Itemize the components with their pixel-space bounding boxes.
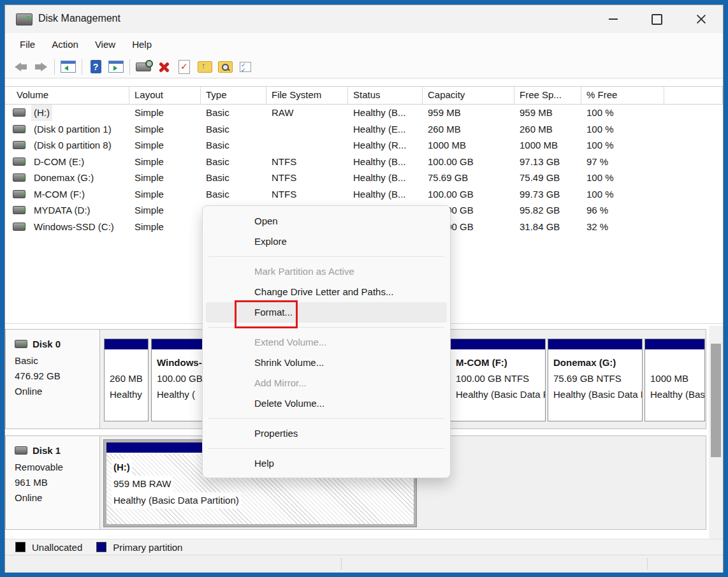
menu-bar: File Action View Help bbox=[5, 33, 723, 55]
status-bar bbox=[5, 555, 723, 573]
table-row-h[interactable]: (H:) Simple Basic RAW Healthy (B... 959 … bbox=[5, 105, 723, 121]
menu-item-explore[interactable]: Explore bbox=[206, 231, 447, 252]
menu-file[interactable]: File bbox=[11, 33, 43, 55]
menu-separator bbox=[203, 414, 450, 423]
menu-separator bbox=[203, 252, 450, 261]
show-action-pane-button[interactable] bbox=[106, 58, 126, 76]
menu-separator bbox=[203, 323, 450, 332]
col-type[interactable]: Type bbox=[201, 87, 266, 104]
disk-0-label[interactable]: Disk 0 Basic 476.92 GB Online bbox=[6, 330, 100, 428]
menu-view[interactable]: View bbox=[87, 33, 124, 55]
maximize-button[interactable] bbox=[642, 9, 671, 29]
folder-up-arrow-icon bbox=[198, 61, 212, 73]
disk-0-type: Basic bbox=[15, 353, 99, 369]
volume-icon bbox=[13, 223, 25, 231]
set-active-partition-button[interactable] bbox=[174, 58, 194, 76]
disk-0-status: Online bbox=[15, 384, 99, 399]
primary-partition-label: Primary partition bbox=[113, 542, 182, 553]
menu-item-shrink-volume[interactable]: Shrink Volume... bbox=[206, 353, 447, 373]
action-pane-icon bbox=[108, 61, 124, 73]
unallocated-label: Unallocated bbox=[32, 542, 82, 553]
vertical-scrollbar[interactable] bbox=[709, 326, 723, 539]
status-bar-divider bbox=[647, 558, 648, 570]
menu-item-delete-volume[interactable]: Delete Volume... bbox=[206, 393, 447, 414]
show-console-tree-button[interactable] bbox=[58, 58, 78, 76]
window-title: Disk Management bbox=[38, 13, 120, 24]
disk-1-label[interactable]: Disk 1 Removable 961 MB Online bbox=[6, 436, 100, 529]
explore-button[interactable] bbox=[215, 58, 235, 76]
volume-icon bbox=[13, 206, 25, 214]
menu-separator bbox=[203, 444, 450, 453]
console-tree-icon bbox=[61, 61, 76, 73]
volume-icon bbox=[13, 190, 25, 198]
table-row-mcom[interactable]: M-COM (F:) Simple Basic NTFS Healthy (B.… bbox=[5, 186, 723, 203]
col-volume[interactable]: Volume bbox=[5, 87, 129, 104]
primary-partition-bar bbox=[548, 339, 642, 351]
toolbar: ? ✓✓ bbox=[5, 55, 723, 78]
col-layout[interactable]: Layout bbox=[129, 87, 201, 104]
col-free-space[interactable]: Free Sp... bbox=[514, 87, 581, 104]
unallocated-swatch bbox=[15, 542, 25, 552]
primary-partition-bar bbox=[645, 339, 704, 351]
partition-recovery[interactable]: 1000 MBHealthy (Basic Data Partition) bbox=[644, 339, 705, 421]
col-capacity[interactable]: Capacity bbox=[423, 87, 514, 104]
forward-arrow-icon bbox=[35, 62, 47, 71]
table-row-donemax[interactable]: Donemax (G:) Simple Basic NTFS Healthy (… bbox=[5, 170, 723, 186]
minimize-button[interactable] bbox=[599, 9, 628, 29]
partition-donemax[interactable]: Donemax (G:)75.69 GB NTFSHealthy (Basic … bbox=[548, 339, 643, 421]
disk-icon bbox=[15, 340, 27, 348]
disk-0-size: 476.92 GB bbox=[15, 369, 99, 384]
back-button[interactable] bbox=[10, 58, 31, 76]
rescan-disk-icon bbox=[136, 62, 151, 71]
menu-item-format[interactable]: Format... bbox=[206, 302, 447, 323]
maximize-icon bbox=[652, 14, 662, 25]
screenshot-frame: Disk Management File Action View Help ? bbox=[0, 0, 728, 577]
volume-icon bbox=[13, 173, 25, 182]
menu-item-properties[interactable]: Properties bbox=[206, 423, 447, 444]
back-arrow-icon bbox=[15, 62, 27, 71]
toolbar-separator bbox=[54, 59, 55, 75]
primary-partition-bar bbox=[105, 339, 148, 351]
close-button[interactable] bbox=[687, 9, 716, 29]
volume-context-menu: Open Explore Mark Partition as Active Ch… bbox=[202, 205, 451, 478]
title-bar: Disk Management bbox=[5, 5, 723, 33]
partition-mcom[interactable]: M-COM (F:)100.00 GB NTFSHealthy (Basic D… bbox=[450, 339, 546, 421]
folder-magnifier-icon bbox=[218, 61, 233, 73]
volume-icon bbox=[13, 157, 25, 166]
menu-action[interactable]: Action bbox=[43, 33, 87, 55]
primary-partition-swatch bbox=[96, 542, 106, 552]
col-file-system[interactable]: File System bbox=[266, 87, 348, 104]
forward-button[interactable] bbox=[31, 58, 51, 76]
disk-1-status: Online bbox=[15, 490, 99, 506]
view-options-button[interactable]: ✓✓ bbox=[235, 58, 256, 76]
col-status[interactable]: Status bbox=[348, 87, 423, 104]
table-row-partition8[interactable]: (Disk 0 partition 8) Simple Basic Health… bbox=[5, 137, 723, 154]
table-row-dcom[interactable]: D-COM (E:) Simple Basic NTFS Healthy (B.… bbox=[5, 154, 723, 170]
partition-efi[interactable]: 260 MBHealthy bbox=[104, 339, 149, 421]
col-pct-free[interactable]: % Free bbox=[581, 87, 664, 104]
disk-icon bbox=[15, 446, 27, 455]
disk-1-type: Removable bbox=[15, 460, 99, 475]
table-row-partition1[interactable]: (Disk 0 partition 1) Simple Basic Health… bbox=[5, 121, 723, 138]
legend-bar: Unallocated Primary partition bbox=[5, 539, 723, 555]
scrollbar-thumb[interactable] bbox=[711, 344, 721, 457]
col-empty bbox=[664, 87, 723, 104]
delete-volume-button[interactable] bbox=[154, 58, 174, 76]
menu-item-add-mirror: Add Mirror... bbox=[206, 373, 447, 393]
close-icon bbox=[696, 14, 706, 24]
menu-item-help[interactable]: Help bbox=[206, 453, 447, 474]
toolbar-separator bbox=[129, 59, 130, 75]
menu-item-open[interactable]: Open bbox=[206, 211, 447, 231]
volume-icon bbox=[13, 108, 25, 117]
open-button[interactable] bbox=[194, 58, 215, 76]
checklist-icon: ✓✓ bbox=[240, 62, 251, 72]
help-button[interactable]: ? bbox=[85, 58, 106, 76]
red-x-icon bbox=[158, 61, 170, 73]
menu-help[interactable]: Help bbox=[124, 33, 160, 55]
volume-icon bbox=[13, 141, 25, 149]
volume-icon bbox=[13, 125, 25, 133]
rescan-disks-button[interactable] bbox=[133, 58, 154, 76]
menu-item-change-drive-letter[interactable]: Change Drive Letter and Paths... bbox=[206, 282, 447, 302]
volume-table-header: Volume Layout Type File System Status Ca… bbox=[5, 86, 723, 105]
primary-partition-bar bbox=[451, 339, 545, 351]
